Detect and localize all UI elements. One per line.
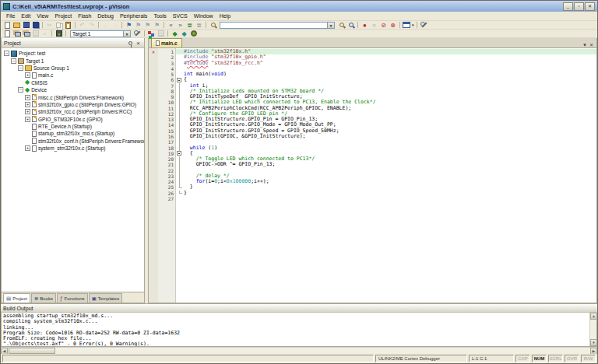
target-dropdown-icon[interactable]: ▼ — [123, 31, 130, 37]
tree-expander-icon[interactable]: + — [25, 95, 30, 100]
tree-item[interactable]: RTE_Device.h (Startup) — [2, 123, 144, 130]
stop-build-button[interactable]: ▪ — [40, 30, 49, 37]
new-file-button[interactable] — [3, 21, 12, 29]
tree-item[interactable]: +system_stm32f10x.c (Startup) — [2, 145, 144, 152]
menu-window[interactable]: Window — [191, 13, 216, 19]
options-for-target-button[interactable] — [133, 30, 142, 37]
menu-view[interactable]: View — [33, 13, 51, 19]
configure-button[interactable] — [420, 21, 428, 29]
menu-debug[interactable]: Debug — [94, 13, 117, 19]
paste-button[interactable] — [64, 21, 72, 29]
minimize-button[interactable]: _ — [563, 2, 573, 11]
go-to-previous-bookmark-button[interactable]: ⚑ — [143, 21, 152, 29]
code-editor[interactable]: ✕1#include "stm32f10x.h"2#include "stm32… — [149, 48, 596, 303]
debug-restore-views-button[interactable]: ▼ — [403, 21, 414, 29]
menu-edit[interactable]: Edit — [18, 13, 33, 19]
save-all-button[interactable] — [31, 21, 40, 29]
insert-remove-breakpoint-button[interactable]: ● — [361, 21, 369, 29]
panel-tab-templates[interactable]: ▣Templates — [89, 293, 123, 303]
manage-run-time-environment-button[interactable]: ◆ — [171, 30, 179, 37]
tree-item[interactable]: +misc.c (StdPeriph Drivers:Framework) — [2, 93, 144, 100]
tree-item[interactable]: −Source Group 1 — [2, 65, 144, 72]
document-list-dropdown-icon[interactable]: ▼ — [582, 43, 587, 47]
copy-button[interactable] — [55, 21, 63, 29]
undo-button[interactable]: ↶ — [78, 21, 86, 29]
batch-build-button[interactable] — [31, 30, 40, 37]
manage-project-items-button[interactable] — [147, 30, 156, 37]
tree-expander-icon[interactable]: + — [25, 102, 30, 107]
panel-tab-functions[interactable]: ƒFunctions — [57, 293, 88, 303]
tree-item[interactable]: startup_stm32f10x_md.s (Startup) — [2, 130, 144, 137]
close-document-icon[interactable]: ✕ — [589, 42, 593, 47]
maximize-button[interactable]: ▫ — [574, 2, 584, 11]
comment-selection-button[interactable]: ≣ — [185, 21, 194, 29]
tree-expander-icon[interactable]: − — [18, 65, 23, 71]
find-in-files-button[interactable] — [209, 21, 217, 29]
panel-tab-books[interactable]: ≣Books — [31, 293, 56, 303]
scroll-up-icon[interactable]: ▲ — [590, 313, 597, 320]
tree-expander-icon[interactable]: + — [25, 109, 30, 114]
build-output-panel[interactable]: assembling startup_stm32f10x_md.s...comp… — [1, 313, 597, 347]
translate-file-button[interactable] — [3, 30, 12, 37]
menu-project[interactable]: Project — [51, 13, 75, 19]
build-output-hscrollbar[interactable]: ◀ ▶ — [1, 347, 597, 354]
indent-left-button[interactable]: « — [167, 21, 175, 29]
incremental-find-button[interactable] — [346, 21, 355, 29]
panel-tab-project[interactable]: ▤Project — [3, 293, 30, 303]
fold-collapse-icon[interactable] — [177, 78, 181, 82]
select-software-packs-button[interactable]: ◆ — [180, 30, 188, 37]
download-to-flash-button[interactable] — [55, 30, 63, 37]
close-button[interactable]: ✕ — [585, 2, 595, 11]
menu-tools[interactable]: Tools — [150, 13, 169, 19]
tree-expander-icon[interactable]: + — [25, 145, 30, 151]
tree-expander-icon[interactable]: − — [4, 51, 9, 56]
tree-item[interactable]: +main.c — [2, 72, 144, 79]
build-button[interactable] — [12, 30, 21, 37]
menu-svcs[interactable]: SVCS — [170, 13, 191, 19]
cut-button[interactable]: ✂ — [45, 21, 54, 29]
build-output-vscrollbar[interactable]: ▲ ▼ — [589, 313, 596, 346]
search-input[interactable] — [220, 23, 327, 28]
hscroll-thumb[interactable] — [9, 348, 55, 354]
tree-item[interactable]: −◆Device — [2, 86, 144, 93]
file-extensions-books-environments-button[interactable] — [157, 30, 165, 37]
scroll-down-icon[interactable]: ▼ — [590, 339, 597, 346]
fold-collapse-icon[interactable] — [177, 151, 181, 156]
tree-item[interactable]: ◆CMSIS — [2, 79, 144, 86]
insert-remove-bookmark-button[interactable]: ⚑ — [125, 21, 133, 29]
tree-item[interactable]: −Project: test — [2, 50, 144, 57]
open-file-button[interactable] — [12, 21, 21, 29]
pack-installer-button[interactable] — [189, 30, 198, 37]
go-to-next-bookmark-button[interactable]: ⚑ — [134, 21, 142, 29]
redo-button[interactable]: ↷ — [87, 21, 96, 29]
fold-margin[interactable] — [176, 77, 184, 82]
tree-expander-icon[interactable]: − — [11, 58, 16, 64]
auto-hide-pin-icon[interactable] — [128, 41, 132, 45]
menu-file[interactable]: File — [3, 13, 18, 19]
navigate-forward-button[interactable]: → — [111, 21, 119, 29]
menu-flash[interactable]: Flash — [75, 13, 94, 19]
enable-disable-breakpoint-button[interactable]: ⊘ — [379, 21, 388, 29]
kill-all-breakpoints-button[interactable]: ○ — [370, 21, 378, 29]
uncomment-selection-button[interactable]: ≣ — [195, 21, 203, 29]
tab-main-c[interactable]: main.c — [151, 38, 182, 47]
tree-item[interactable]: stm32f10x_conf.h (StdPeriph Drivers:Fram… — [2, 138, 144, 145]
tree-expander-icon[interactable]: − — [18, 87, 23, 93]
tree-item[interactable]: +stm32f10x_rcc.c (StdPeriph Drivers:RCC) — [2, 108, 144, 115]
tree-item[interactable]: +stm32f10x_gpio.c (StdPeriph Drivers:GPI… — [2, 101, 144, 108]
disable-all-breakpoints-button[interactable]: ⊗ — [389, 21, 397, 29]
fold-margin[interactable] — [176, 151, 184, 156]
close-panel-icon[interactable]: ✕ — [135, 40, 142, 46]
navigate-back-button[interactable]: ← — [101, 21, 110, 29]
target-select[interactable]: Target 1 ▼ — [70, 30, 131, 37]
indent-right-button[interactable]: » — [176, 21, 185, 29]
save-button[interactable] — [22, 21, 30, 29]
find-button[interactable] — [337, 21, 346, 29]
tree-expander-icon[interactable]: + — [25, 72, 30, 78]
search-dropdown-icon[interactable]: ▼ — [327, 23, 334, 28]
tree-item[interactable]: −Target 1 — [2, 57, 144, 64]
tree-expander-icon[interactable]: + — [25, 117, 30, 122]
tree-item[interactable]: +GPIO_STM32F10x.c (GPIO) — [2, 116, 144, 123]
menu-help[interactable]: Help — [216, 13, 234, 19]
rebuild-all-target-files-button[interactable] — [22, 30, 30, 37]
